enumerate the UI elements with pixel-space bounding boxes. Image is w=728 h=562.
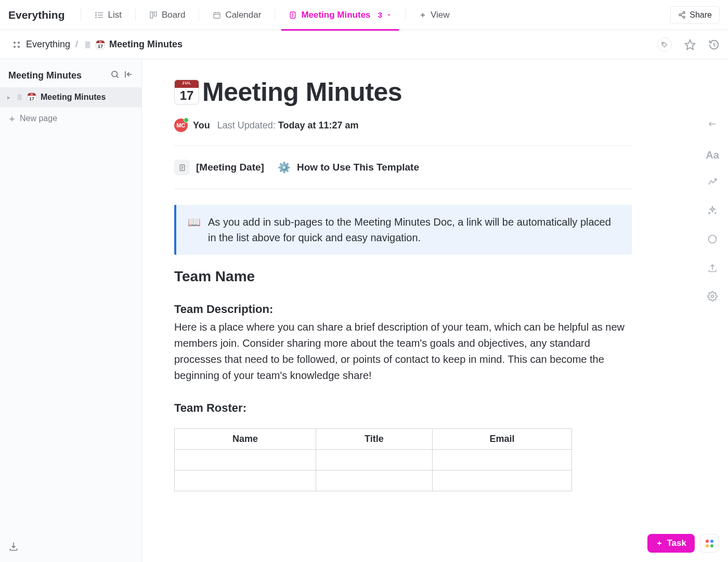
upload-icon[interactable] bbox=[707, 263, 718, 276]
calendar-emoji-icon: 17 bbox=[96, 40, 105, 49]
history-icon[interactable] bbox=[708, 39, 720, 50]
pulse-icon[interactable] bbox=[707, 177, 718, 190]
avatar[interactable]: MC bbox=[174, 119, 188, 132]
divider bbox=[174, 189, 632, 189]
reply-icon[interactable] bbox=[707, 122, 718, 134]
page-title[interactable]: Meeting Minutes bbox=[202, 77, 402, 107]
document-wrapper[interactable]: 17 Meeting Minutes MC You Last Updated: … bbox=[142, 59, 728, 562]
col-email[interactable]: Email bbox=[432, 429, 571, 450]
author-label: You bbox=[193, 120, 210, 131]
new-page-label: New page bbox=[20, 114, 57, 123]
svg-point-41 bbox=[709, 213, 710, 214]
breadcrumb-page[interactable]: 17 Meeting Minutes bbox=[83, 39, 183, 50]
col-name[interactable]: Name bbox=[175, 429, 316, 450]
tag-button[interactable] bbox=[657, 37, 672, 52]
col-title[interactable]: Title bbox=[316, 429, 432, 450]
roster-table[interactable]: Name Title Email bbox=[174, 428, 572, 491]
sidebar-header: Meeting Minutes bbox=[0, 59, 141, 87]
divider bbox=[81, 9, 81, 21]
main-area: Meeting Minutes ▸ 17 Meeting Minutes ＋ N… bbox=[0, 59, 728, 562]
doc-title-row: 17 Meeting Minutes bbox=[174, 77, 632, 107]
tab-label: List bbox=[108, 10, 122, 20]
right-rail: Aa bbox=[697, 122, 728, 304]
grid-icon[interactable] bbox=[12, 41, 21, 49]
share-button[interactable]: Share bbox=[670, 6, 720, 24]
svg-rect-6 bbox=[150, 12, 153, 18]
apps-button[interactable] bbox=[700, 534, 719, 553]
calendar-emoji-icon: 17 bbox=[27, 93, 36, 102]
svg-point-24 bbox=[18, 42, 20, 43]
search-icon[interactable] bbox=[110, 70, 120, 81]
svg-point-5 bbox=[95, 17, 96, 18]
svg-point-19 bbox=[679, 14, 681, 16]
tab-list[interactable]: List bbox=[87, 0, 129, 30]
sidebar-title: Meeting Minutes bbox=[8, 70, 106, 81]
divider bbox=[135, 9, 136, 21]
svg-point-18 bbox=[683, 11, 685, 14]
share-icon bbox=[678, 11, 686, 19]
team-description-body[interactable]: Here is a place where you can share a br… bbox=[174, 319, 632, 384]
tab-calendar[interactable]: Calendar bbox=[205, 0, 268, 30]
sidebar-item-label: Meeting Minutes bbox=[41, 93, 106, 102]
svg-point-4 bbox=[95, 15, 96, 16]
tab-label: Meeting Minutes bbox=[301, 10, 370, 20]
doc-icon bbox=[289, 10, 297, 20]
heading-team-description[interactable]: Team Description: bbox=[174, 303, 632, 316]
divider bbox=[405, 9, 406, 21]
gear-icon: ⚙️ bbox=[278, 161, 291, 174]
new-task-button[interactable]: Task bbox=[647, 534, 695, 553]
callout-text: As you add in sub-pages to the Meeting M… bbox=[208, 214, 620, 245]
doc-sidebar: Meeting Minutes ▸ 17 Meeting Minutes ＋ N… bbox=[0, 59, 142, 562]
comment-icon[interactable] bbox=[707, 234, 718, 247]
doc-byline: MC You Last Updated: Today at 11:27 am bbox=[174, 119, 632, 132]
tab-board[interactable]: Board bbox=[142, 0, 192, 30]
svg-point-23 bbox=[14, 42, 16, 43]
callout[interactable]: 📖 As you add in sub-pages to the Meeting… bbox=[174, 205, 632, 255]
updated-prefix: Last Updated: bbox=[217, 120, 278, 130]
doc-icon bbox=[174, 160, 190, 175]
star-icon[interactable] bbox=[684, 39, 696, 50]
chevron-down-icon[interactable] bbox=[386, 12, 392, 18]
svg-point-44 bbox=[711, 295, 714, 298]
tab-badge: 3 bbox=[378, 10, 382, 19]
calendar-icon bbox=[213, 11, 221, 19]
task-button-label: Task bbox=[667, 538, 687, 548]
svg-point-31 bbox=[112, 71, 118, 77]
divider bbox=[199, 9, 199, 21]
table-row[interactable] bbox=[175, 450, 572, 470]
typography-icon[interactable]: Aa bbox=[706, 149, 719, 161]
heading-team-name[interactable]: Team Name bbox=[174, 268, 632, 285]
breadcrumb-root[interactable]: Everything bbox=[26, 39, 70, 50]
table-row[interactable] bbox=[175, 470, 572, 491]
apps-icon bbox=[706, 540, 713, 547]
svg-point-3 bbox=[95, 12, 96, 13]
page-icon bbox=[16, 93, 23, 101]
tab-add-view[interactable]: View bbox=[412, 0, 457, 30]
tab-meeting-minutes[interactable]: Meeting Minutes 3 bbox=[281, 0, 399, 30]
heading-team-roster[interactable]: Team Roster: bbox=[174, 401, 632, 415]
download-icon[interactable] bbox=[8, 541, 19, 552]
subpage-how-to-use[interactable]: ⚙️ How to Use This Template bbox=[278, 161, 419, 174]
svg-point-20 bbox=[683, 16, 685, 18]
svg-point-42 bbox=[709, 236, 717, 243]
sidebar-new-page[interactable]: ＋ New page bbox=[0, 107, 141, 130]
divider bbox=[275, 9, 275, 21]
sparkle-icon[interactable] bbox=[707, 205, 718, 218]
chevron-right-icon[interactable]: ▸ bbox=[7, 94, 10, 101]
collapse-sidebar-icon[interactable] bbox=[124, 70, 133, 81]
updated-value: Today at 11:27 am bbox=[278, 120, 359, 130]
svg-point-26 bbox=[18, 46, 20, 47]
document: 17 Meeting Minutes MC You Last Updated: … bbox=[174, 59, 632, 522]
svg-line-22 bbox=[681, 15, 683, 17]
subpage-meeting-date[interactable]: [Meeting Date] bbox=[174, 160, 264, 175]
svg-point-40 bbox=[715, 213, 716, 214]
board-icon bbox=[149, 11, 158, 19]
divider bbox=[174, 146, 632, 146]
svg-line-32 bbox=[116, 76, 118, 77]
workspace-name[interactable]: Everything bbox=[8, 9, 65, 21]
svg-point-27 bbox=[662, 43, 664, 44]
table-header-row: Name Title Email bbox=[175, 429, 572, 450]
sidebar-item-meeting-minutes[interactable]: ▸ 17 Meeting Minutes bbox=[0, 87, 141, 107]
calendar-emoji-icon[interactable]: 17 bbox=[174, 80, 199, 104]
settings-icon[interactable] bbox=[707, 291, 718, 304]
